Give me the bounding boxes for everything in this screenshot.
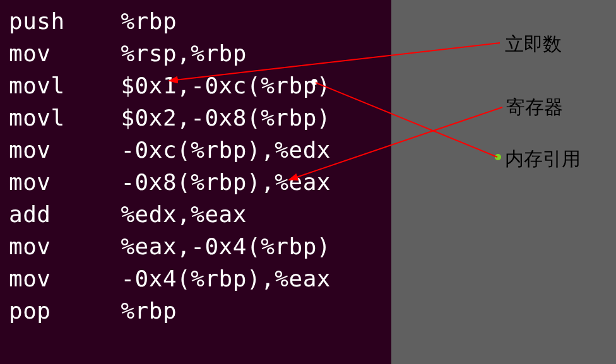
operands: -0xc(%rbp),%edx (121, 137, 331, 163)
label-memref: 内存引用 (505, 146, 581, 172)
label-immediate: 立即数 (505, 32, 562, 57)
operands: %rsp,%rbp (121, 40, 247, 66)
mnemonic: movl (9, 105, 65, 131)
operands: $0x1,-0xc(%rbp) (121, 73, 331, 98)
mnemonic: mov (9, 40, 51, 66)
asm-line: movl $0x1,-0xc(%rbp) (9, 69, 382, 102)
operands: %eax,-0x4(%rbp) (121, 233, 331, 259)
asm-line: mov -0x4(%rbp),%eax (9, 262, 382, 295)
operands: -0x4(%rbp),%eax (121, 266, 331, 291)
asm-line: mov %eax,-0x4(%rbp) (9, 230, 382, 262)
asm-line: mov %rsp,%rbp (9, 37, 382, 69)
operands: %rbp (121, 8, 177, 34)
operands: %edx,%eax (121, 201, 247, 227)
operands: -0x8(%rbp),%eax (121, 169, 331, 195)
mnemonic: mov (9, 137, 51, 163)
asm-line: mov -0xc(%rbp),%edx (9, 134, 382, 166)
mnemonic: mov (9, 266, 51, 291)
asm-line: pop %rbp (9, 295, 382, 327)
mnemonic: push (9, 8, 65, 34)
mnemonic: mov (9, 169, 51, 195)
label-register: 寄存器 (506, 95, 563, 120)
dot-memref-target (311, 79, 317, 85)
asm-line: add %edx,%eax (9, 198, 382, 230)
mnemonic: pop (9, 298, 51, 324)
dot-memref-source (495, 154, 501, 160)
mnemonic: add (9, 201, 51, 227)
mnemonic: movl (9, 73, 65, 98)
terminal-panel: push %rbp mov %rsp,%rbp movl $0x1,-0xc(%… (0, 0, 391, 364)
asm-line: mov -0x8(%rbp),%eax (9, 166, 382, 198)
operands: $0x2,-0x8(%rbp) (121, 105, 331, 131)
operands: %rbp (121, 298, 177, 324)
asm-line: movl $0x2,-0x8(%rbp) (9, 102, 382, 134)
asm-line: push %rbp (9, 5, 382, 37)
mnemonic: mov (9, 233, 51, 259)
